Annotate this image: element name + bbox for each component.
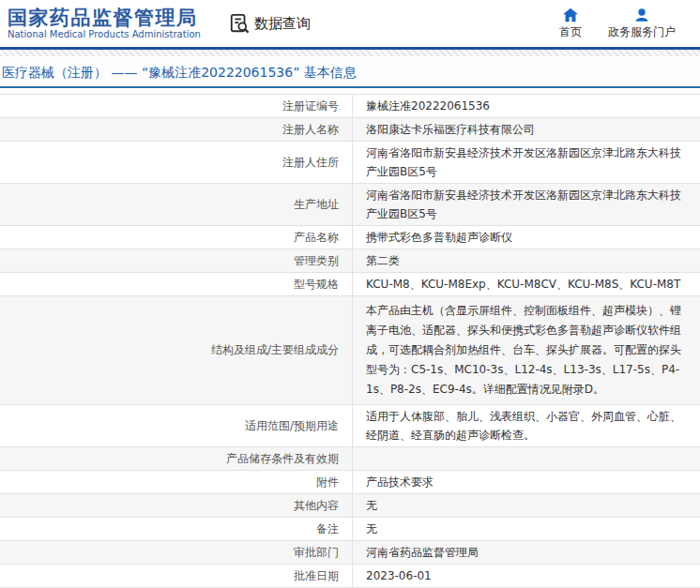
row-value: 本产品由主机（含显示屏组件、控制面板组件、超声模块）、锂离子电池、适配器、探头和… <box>352 296 700 404</box>
row-value: 携带式彩色多普勒超声诊断仪 <box>352 226 700 249</box>
portal-link[interactable]: 政务服务门户 <box>608 8 676 40</box>
row-storage-conditions: 产品储存条件及有效期 <box>0 447 700 471</box>
row-value: 适用于人体腹部、胎儿、浅表组织、小器官、外周血管、心脏、经阴道、经直肠的超声诊断… <box>352 405 700 446</box>
hatched-strip <box>0 50 700 56</box>
row-label: 其他内容 <box>0 494 352 517</box>
row-approval-date: 批准日期 2023-06-01 <box>0 565 700 588</box>
row-label: 附件 <box>0 471 352 493</box>
row-label: 生产地址 <box>0 184 352 225</box>
row-value: 产品技术要求 <box>352 471 700 493</box>
row-value: 无 <box>352 494 700 517</box>
document-magnifier-icon <box>229 13 250 34</box>
nmpa-logo[interactable]: 国家药品监督管理局 National Medical Products Admi… <box>8 7 201 40</box>
home-label: 首页 <box>559 24 582 40</box>
row-value <box>352 447 700 470</box>
header-right-nav: 首页 政务服务门户 <box>559 8 689 40</box>
row-approval-department: 审批部门 河南省药品监督管理局 <box>0 541 700 565</box>
row-value: 无 <box>352 518 700 540</box>
row-value: 河南省药品监督管理局 <box>352 541 700 564</box>
row-label: 审批部门 <box>0 541 352 564</box>
row-value: 豫械注准20222061536 <box>352 95 700 117</box>
row-production-address: 生产地址 河南省洛阳市新安县经济技术开发区洛新园区京津北路东大科技产业园B区5号 <box>0 184 700 226</box>
row-value: KCU-M8、KCU-M8Exp、KCU-M8CV、KCU-M8S、KCU-M8… <box>352 273 700 295</box>
row-remarks: 备注 无 <box>0 518 700 541</box>
row-label: 型号规格 <box>0 273 352 295</box>
row-value: 第二类 <box>352 249 700 272</box>
row-value: 2023-06-01 <box>352 565 700 587</box>
row-value: 河南省洛阳市新安县经济技术开发区洛新园区京津北路东大科技产业园B区5号 <box>352 142 700 183</box>
row-label: 产品储存条件及有效期 <box>0 447 352 470</box>
row-label: 备注 <box>0 518 352 540</box>
row-scope-of-application: 适用范围/预期用途 适用于人体腹部、胎儿、浅表组织、小器官、外周血管、心脏、经阴… <box>0 405 700 447</box>
registration-info-table: 注册证编号 豫械注准20222061536 注册人名称 洛阳康达卡乐福医疗科技有… <box>0 94 700 588</box>
home-link[interactable]: 首页 <box>559 8 582 40</box>
row-label: 结构及组成/主要组成成分 <box>0 296 352 404</box>
row-structure-composition: 结构及组成/主要组成成分 本产品由主机（含显示屏组件、控制面板组件、超声模块）、… <box>0 296 700 405</box>
row-other-content: 其他内容 无 <box>0 494 700 518</box>
row-label: 注册人住所 <box>0 142 352 183</box>
data-query-nav[interactable]: 数据查询 <box>229 13 311 34</box>
row-label: 批准日期 <box>0 565 352 587</box>
data-query-label: 数据查询 <box>254 15 311 33</box>
row-label: 管理类别 <box>0 249 352 272</box>
row-management-category: 管理类别 第二类 <box>0 249 700 273</box>
org-name-zh: 国家药品监督管理局 <box>8 7 201 29</box>
row-registrant-name: 注册人名称 洛阳康达卡乐福医疗科技有限公司 <box>0 118 700 142</box>
row-value: 洛阳康达卡乐福医疗科技有限公司 <box>352 118 700 141</box>
row-label: 产品名称 <box>0 226 352 249</box>
row-product-name: 产品名称 携带式彩色多普勒超声诊断仪 <box>0 226 700 249</box>
org-name-en: National Medical Products Administration <box>8 29 201 40</box>
portal-label: 政务服务门户 <box>608 24 676 40</box>
row-attachment: 附件 产品技术要求 <box>0 471 700 494</box>
person-icon <box>634 8 649 23</box>
house-icon <box>562 8 579 23</box>
row-label: 注册证编号 <box>0 95 352 117</box>
site-header: 国家药品监督管理局 National Medical Products Admi… <box>0 0 700 47</box>
row-registrant-address: 注册人住所 河南省洛阳市新安县经济技术开发区洛新园区京津北路东大科技产业园B区5… <box>0 142 700 184</box>
row-label: 注册人名称 <box>0 118 352 141</box>
breadcrumb: 医疗器械（注册） —— “豫械注准20222061536” 基本信息 <box>0 56 700 88</box>
row-value: 河南省洛阳市新安县经济技术开发区洛新园区京津北路东大科技产业园B区5号 <box>352 184 700 225</box>
row-label: 适用范围/预期用途 <box>0 405 352 446</box>
row-model-specification: 型号规格 KCU-M8、KCU-M8Exp、KCU-M8CV、KCU-M8S、K… <box>0 273 700 296</box>
row-registration-number: 注册证编号 豫械注准20222061536 <box>0 95 700 118</box>
